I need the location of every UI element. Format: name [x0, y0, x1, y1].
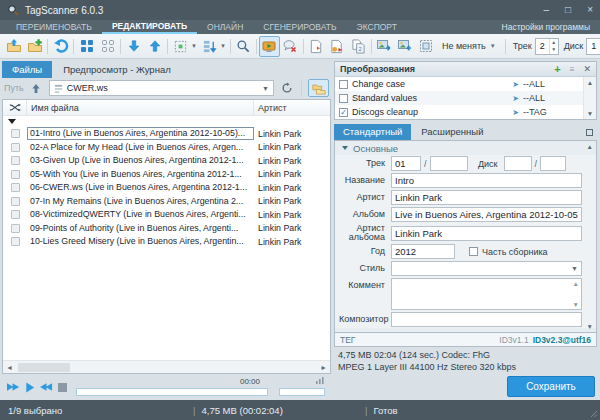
menu-online[interactable]: ОНЛАЙН: [197, 20, 253, 34]
list-item[interactable]: Change case ➤ --ALL: [335, 77, 583, 91]
save-all-icon[interactable]: [327, 36, 348, 57]
table-row[interactable]: 02-A Place for My Head (Live in Buenos A…: [3, 141, 330, 155]
path-chevron-icon[interactable]: ▼: [262, 85, 269, 92]
open-folder-icon[interactable]: [3, 36, 24, 57]
add-folder-icon[interactable]: [24, 36, 45, 57]
selection-mode-chevron-icon[interactable]: ▼: [191, 43, 197, 49]
scroll-right-icon[interactable]: ▸: [317, 361, 330, 374]
search-icon[interactable]: [233, 36, 254, 57]
menu-settings[interactable]: Настройки программы: [502, 20, 594, 34]
load-cover-icon[interactable]: [374, 36, 395, 57]
add-transform-icon[interactable]: +: [554, 64, 560, 74]
comment-textarea[interactable]: ▲ ▼: [391, 278, 582, 310]
title-field[interactable]: Intro: [391, 173, 582, 188]
tab-extended[interactable]: Расширенный: [412, 124, 492, 140]
stop-button[interactable]: [58, 383, 67, 392]
table-row[interactable]: 06-CWER.ws (Live in Buenos Aires, Argent…: [3, 181, 330, 195]
player-panel-icon[interactable]: [259, 36, 280, 57]
column-artist[interactable]: Артист: [254, 103, 330, 113]
table-row[interactable]: 01-Intro (Live in Buenos Aires, Argentin…: [3, 127, 330, 141]
compilation-checkbox[interactable]: [469, 247, 478, 256]
scrollbar-track[interactable]: [16, 361, 317, 373]
menu-rename[interactable]: ПЕРЕИМЕНОВАТЬ: [6, 20, 102, 34]
artist-field[interactable]: Linkin Park: [391, 190, 582, 205]
save-button[interactable]: Сохранить: [507, 376, 595, 397]
track-up-icon[interactable]: ▲: [550, 39, 558, 47]
copy-tags-icon[interactable]: 2: [348, 36, 369, 57]
move-down-icon[interactable]: [123, 36, 144, 57]
section-additional[interactable]: Дополнительные: [335, 328, 596, 333]
move-up-icon[interactable]: [144, 36, 165, 57]
cover-mode-dropdown[interactable]: Не менять ▼: [437, 36, 503, 56]
album-field[interactable]: Live in Buenos Aires, Argentina 2012-10-…: [391, 207, 582, 222]
disc-field[interactable]: [504, 156, 532, 171]
fast-forward-button[interactable]: [40, 382, 53, 392]
comment-scroll-down-icon[interactable]: ▼: [573, 301, 579, 308]
scroll-left-icon[interactable]: ◂: [3, 361, 16, 374]
folder-tree-toggle[interactable]: [308, 79, 329, 97]
scroll-up-icon[interactable]: ▲: [587, 79, 593, 86]
path-combobox[interactable]: CWER.ws ▼: [49, 80, 274, 96]
group-row[interactable]: [3, 116, 330, 127]
resize-grip[interactable]: [590, 410, 598, 418]
table-row[interactable]: 03-Given Up (Live in Buenos Aires, Argen…: [3, 154, 330, 168]
folder-up-icon[interactable]: [28, 80, 45, 96]
disc-spinner[interactable]: 1 ▲▼: [586, 38, 600, 55]
genre-chevron-icon[interactable]: ▼: [571, 265, 578, 272]
transforms-scrollbar[interactable]: ▲ ▼: [583, 77, 596, 119]
transform-checkbox[interactable]: [339, 94, 348, 103]
menu-edit[interactable]: РЕДАКТИРОВАТЬ: [102, 20, 197, 34]
track-field[interactable]: 01: [391, 156, 421, 171]
table-row[interactable]: 09-Points of Authority (Live in Buenos A…: [3, 222, 330, 236]
track-spinner[interactable]: 2 ▲▼: [535, 38, 559, 55]
save-cover-icon[interactable]: [395, 36, 416, 57]
menu-generate[interactable]: СГЕНЕРИРОВАТЬ: [253, 20, 346, 34]
tab-standard[interactable]: Стандартный: [334, 124, 411, 140]
table-row[interactable]: 08-VictimizedQWERTY (Live in Buenos Aire…: [3, 208, 330, 222]
shuffle-column-icon[interactable]: [3, 100, 27, 115]
scroll-down-icon[interactable]: ▼: [587, 110, 593, 117]
cover-frame-icon[interactable]: [416, 36, 437, 57]
group-collapse-icon[interactable]: [8, 119, 16, 124]
year-field[interactable]: 2012: [391, 244, 455, 259]
list-item[interactable]: ✓ Discogs cleanup ➤ --TAG: [335, 105, 583, 119]
horizontal-scrollbar[interactable]: ◂ ▸: [3, 360, 330, 373]
refresh-icon[interactable]: [278, 80, 295, 96]
composer-field[interactable]: [391, 312, 582, 327]
undo-icon[interactable]: [50, 36, 71, 57]
section-main[interactable]: Основные: [335, 141, 596, 155]
deselect-all-icon[interactable]: [97, 36, 118, 57]
panel-collapse-icon[interactable]: [586, 129, 593, 136]
scrollbar-thumb[interactable]: [18, 363, 70, 372]
disc-total-field[interactable]: [540, 156, 566, 171]
rewind-button[interactable]: [7, 382, 20, 392]
menu-export[interactable]: ЭКСПОРТ: [347, 20, 407, 34]
progress-bar[interactable]: [76, 388, 268, 396]
volume-slider[interactable]: [279, 388, 325, 396]
selection-mode-icon[interactable]: [170, 36, 191, 57]
form-scroll-up-icon[interactable]: ▲: [587, 143, 593, 150]
save-file-icon[interactable]: [306, 36, 327, 57]
minimize-button[interactable]: –: [544, 5, 550, 15]
transform-checkbox[interactable]: ✓: [339, 108, 348, 117]
maximize-button[interactable]: □: [565, 5, 571, 15]
clear-comment-icon[interactable]: [280, 36, 301, 57]
track-total-field[interactable]: [430, 156, 468, 171]
track-down-icon[interactable]: ▼: [550, 46, 558, 54]
album-artist-field[interactable]: Linkin Park: [391, 226, 582, 241]
close-button[interactable]: ×: [587, 5, 593, 15]
form-scroll-down-icon[interactable]: ▼: [587, 323, 593, 330]
tab-files[interactable]: Файлы: [2, 61, 52, 78]
column-filename[interactable]: Имя файла: [27, 100, 254, 115]
sort-chevron-icon[interactable]: ▼: [220, 43, 226, 49]
list-item[interactable]: Standard values ➤ --ALL: [335, 91, 583, 105]
comment-scroll-up-icon[interactable]: ▲: [573, 280, 579, 287]
table-row[interactable]: 07-In My Remains (Live in Buenos Aires, …: [3, 195, 330, 209]
play-button[interactable]: [25, 382, 35, 393]
transform-checkbox[interactable]: [339, 80, 348, 89]
table-row[interactable]: 10-Lies Greed Misery (Live in Buenos Air…: [3, 235, 330, 249]
transforms-close-icon[interactable]: ✕: [583, 64, 591, 74]
sort-icon[interactable]: [199, 36, 220, 57]
select-all-icon[interactable]: [76, 36, 97, 57]
transforms-menu-icon[interactable]: ≡: [570, 65, 575, 74]
